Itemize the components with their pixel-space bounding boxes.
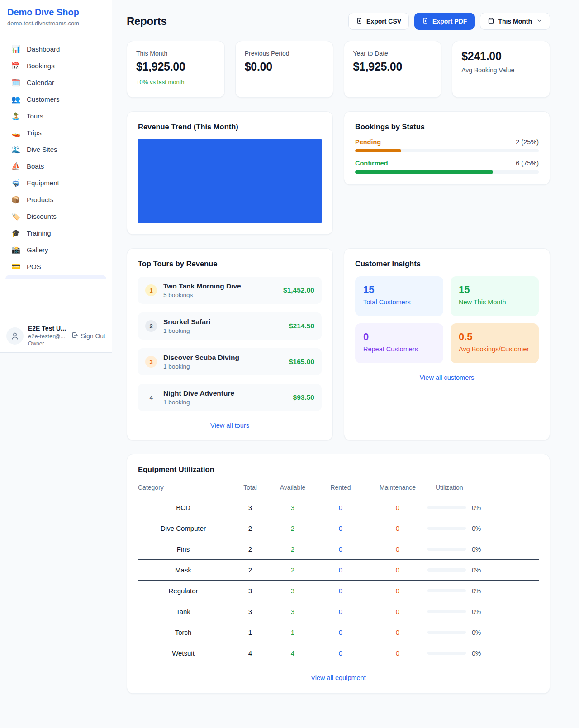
status-list: Pending2 (25%)Confirmed6 (75%) xyxy=(355,138,539,174)
utilization-percent: 0% xyxy=(472,608,481,615)
equipment-maintenance: 0 xyxy=(368,539,427,560)
utilization-percent: 0% xyxy=(472,629,481,636)
stat-label: Avg Booking Value xyxy=(461,66,541,74)
equipment-category: BCD xyxy=(138,497,228,518)
equipment-maintenance: 0 xyxy=(368,581,427,601)
status-label: Pending xyxy=(355,138,381,146)
stat-delta: +0% vs last month xyxy=(136,79,215,85)
user-avatar-icon xyxy=(6,327,24,345)
insight-tiles: 15Total Customers15New This Month0Repeat… xyxy=(355,276,539,363)
period-selector-dropdown[interactable]: This Month xyxy=(480,13,550,30)
equipment-utilization-cell: 0% xyxy=(427,539,539,560)
export-pdf-button[interactable]: Export PDF xyxy=(414,13,475,30)
sidebar-item-label: Calendar xyxy=(27,79,54,86)
view-all-customers-link[interactable]: View all customers xyxy=(355,374,539,381)
status-value: 6 (75%) xyxy=(516,160,539,167)
tour-name: Snorkel Safari xyxy=(163,318,210,326)
tour-revenue: $1,452.00 xyxy=(283,286,314,294)
equipment-maintenance: 0 xyxy=(368,497,427,518)
utilization-track xyxy=(427,610,466,613)
stats-row: This Month$1,925.00+0% vs last monthPrev… xyxy=(127,41,550,98)
equipment-utilization-cell: 0% xyxy=(427,518,539,539)
tour-info: Night Dive Adventure1 booking xyxy=(163,389,234,406)
sidebar-item-label: Equipment xyxy=(27,179,59,187)
sidebar-item-reports-highlight[interactable] xyxy=(5,275,106,279)
sidebar-item-pos[interactable]: 💳POS xyxy=(5,258,106,275)
equipment-utilization-cell: 0% xyxy=(427,622,539,643)
column-header-total: Total xyxy=(228,479,272,497)
equipment-maintenance: 0 xyxy=(368,518,427,539)
export-csv-button[interactable]: Export CSV xyxy=(348,13,409,30)
status-progress-fill xyxy=(355,149,401,152)
sidebar-item-customers[interactable]: 👥Customers xyxy=(5,91,106,108)
tour-info: Snorkel Safari1 booking xyxy=(163,318,210,334)
sidebar-item-label: Training xyxy=(27,229,51,237)
equipment-available: 2 xyxy=(272,539,313,560)
equipment-category: Dive Computer xyxy=(138,518,228,539)
shop-name: Demo Dive Shop xyxy=(7,7,104,18)
utilization-wrap: 0% xyxy=(427,608,539,615)
sign-out-button[interactable]: Sign Out xyxy=(71,331,105,340)
bookings-by-status-title: Bookings by Status xyxy=(355,123,539,131)
sidebar-item-dive-sites[interactable]: 🌊Dive Sites xyxy=(5,141,106,158)
view-all-equipment-link[interactable]: View all equipment xyxy=(138,674,539,681)
equipment-row-bcd: BCD33000% xyxy=(138,497,539,518)
equipment-available: 1 xyxy=(272,622,313,643)
stat-value: $241.00 xyxy=(461,50,541,63)
sign-out-label: Sign Out xyxy=(81,332,105,340)
status-head: Pending2 (25%) xyxy=(355,138,539,146)
sidebar-item-discounts[interactable]: 🏷️Discounts xyxy=(5,208,106,225)
utilization-percent: 0% xyxy=(472,587,481,595)
rank-badge: 2 xyxy=(145,320,157,332)
sidebar-item-trips[interactable]: 🚤Trips xyxy=(5,124,106,141)
utilization-percent: 0% xyxy=(472,650,481,657)
sidebar-nav: 📊Dashboard📅Bookings🗓️Calendar👥Customers🏝… xyxy=(0,33,112,275)
stat-label: Year to Date xyxy=(353,50,432,57)
utilization-wrap: 0% xyxy=(427,587,539,595)
period-selector-value: This Month xyxy=(498,18,532,25)
utilization-wrap: 0% xyxy=(427,629,539,636)
sidebar-item-bookings[interactable]: 📅Bookings xyxy=(5,57,106,74)
equipment-row-dive-computer: Dive Computer22000% xyxy=(138,518,539,539)
equipment-total: 3 xyxy=(228,601,272,622)
column-header-category: Category xyxy=(138,479,228,497)
equipment-available: 2 xyxy=(272,518,313,539)
utilization-wrap: 0% xyxy=(427,650,539,657)
column-header-rented: Rented xyxy=(313,479,368,497)
status-label: Confirmed xyxy=(355,160,388,167)
sidebar-item-products[interactable]: 📦Products xyxy=(5,191,106,208)
sidebar-item-label: Boats xyxy=(27,162,44,170)
sidebar-item-calendar[interactable]: 🗓️Calendar xyxy=(5,74,106,91)
equipment-available: 4 xyxy=(272,643,313,664)
user-name: E2E Test U... xyxy=(28,325,66,332)
sidebar-item-tours[interactable]: 🏝️Tours xyxy=(5,108,106,124)
equipment-rented: 0 xyxy=(313,622,368,643)
header-actions: Export CSV Export PDF This Month xyxy=(348,13,550,30)
view-all-tours-link[interactable]: View all tours xyxy=(138,422,322,429)
insight-label: Repeat Customers xyxy=(363,345,435,353)
user-info: E2E Test U... e2e-tester@... Owner xyxy=(28,325,66,347)
tour-revenue: $165.00 xyxy=(289,358,314,366)
tours-list: 1Two Tank Morning Dive5 bookings$1,452.0… xyxy=(138,277,322,411)
sidebar-item-dashboard[interactable]: 📊Dashboard xyxy=(5,41,106,57)
tour-revenue: $93.50 xyxy=(293,393,314,402)
top-tours-card: Top Tours by Revenue 1Two Tank Morning D… xyxy=(127,248,333,440)
insight-value: 0.5 xyxy=(459,331,531,343)
sidebar-item-boats[interactable]: ⛵Boats xyxy=(5,158,106,175)
equipment-utilization-cell: 0% xyxy=(427,601,539,622)
shop-header: Demo Dive Shop demo.test.divestreams.com xyxy=(0,0,112,33)
equipment-utilization-cell: 0% xyxy=(427,497,539,518)
tour-info: Discover Scuba Diving1 booking xyxy=(163,354,239,370)
column-header-available: Available xyxy=(272,479,313,497)
sidebar-item-gallery[interactable]: 📸Gallery xyxy=(5,241,106,258)
equipment-maintenance: 0 xyxy=(368,643,427,664)
sidebar-item-label: Bookings xyxy=(27,62,55,70)
top-tours-title: Top Tours by Revenue xyxy=(138,260,322,268)
status-row-confirmed: Confirmed6 (75%) xyxy=(355,160,539,174)
sidebar-item-equipment[interactable]: 🤿Equipment xyxy=(5,175,106,191)
charts-row: Revenue Trend (This Month) Bookings by S… xyxy=(127,111,550,235)
equipment-category: Torch xyxy=(138,622,228,643)
sidebar-item-training[interactable]: 🎓Training xyxy=(5,225,106,241)
tour-name: Two Tank Morning Dive xyxy=(163,282,241,290)
insight-value: 15 xyxy=(459,284,531,296)
